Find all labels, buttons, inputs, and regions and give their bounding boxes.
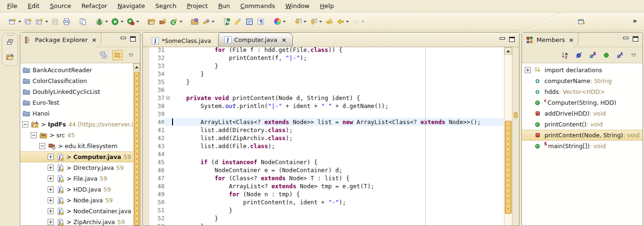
- tree-item-colorclassification[interactable]: ColorClassification: [20, 75, 133, 86]
- code-line-50[interactable]: 50 printContent(n, ident + "-");: [143, 198, 504, 206]
- collapse-icon[interactable]: [39, 143, 45, 149]
- code-line-53[interactable]: 53 }: [143, 222, 504, 226]
- expand-icon[interactable]: [48, 186, 54, 193]
- show-public-only-button[interactable]: [601, 50, 611, 60]
- menu-file[interactable]: File: [2, 0, 23, 11]
- editor-scrollbar[interactable]: [504, 47, 512, 226]
- menu-search[interactable]: Search: [150, 0, 182, 11]
- expand-icon[interactable]: [48, 219, 54, 225]
- code-editor[interactable]: 31 for (File f : hdd.get(File.class)) {3…: [143, 47, 519, 226]
- menu-run[interactable]: Run: [213, 0, 235, 11]
- color-palette-button[interactable]: [272, 16, 287, 28]
- tree-item-hdd-java[interactable]: J>HDD.java59: [20, 184, 133, 195]
- open-perspective-button[interactable]: [576, 16, 587, 28]
- tree-item-edu-kit-filesystem[interactable]: >edu.kit.filesystem: [20, 141, 133, 151]
- new-view-button[interactable]: [34, 16, 50, 28]
- new-package-button[interactable]: [157, 16, 168, 28]
- toolbar-overflow-chevron[interactable]: »: [633, 17, 637, 25]
- tree-item-directory-java[interactable]: J>Directory.java59: [20, 162, 133, 173]
- maximize-button[interactable]: [633, 36, 638, 42]
- code-line-37[interactable]: 37 private void printContent(Node d, Str…: [143, 94, 504, 102]
- code-line-40[interactable]: 40 ArrayList<Class<? extends Node>> list…: [143, 118, 504, 126]
- code-line-34[interactable]: 34 }: [143, 70, 504, 78]
- member-main-string[interactable]: Smain(String[]) : void: [522, 141, 643, 151]
- debug-button[interactable]: [94, 16, 109, 28]
- previous-annotation-button[interactable]: [308, 16, 323, 28]
- menu-window[interactable]: Window: [280, 0, 314, 11]
- expand-icon[interactable]: [48, 165, 54, 171]
- color-palette-dropdown-arrow[interactable]: [283, 21, 286, 23]
- open-type-button[interactable]: [189, 16, 200, 28]
- scrollbar-thumb[interactable]: [505, 121, 512, 214]
- expand-icon[interactable]: [48, 208, 54, 214]
- collapse-icon[interactable]: [22, 121, 28, 127]
- print-button[interactable]: [61, 16, 72, 28]
- code-line-41[interactable]: 41 list.add(Directory.class);: [143, 126, 504, 134]
- back-dropdown-arrow[interactable]: [346, 21, 349, 23]
- package-explorer-fast-view-button[interactable]: [4, 51, 16, 63]
- run-last-tool-button[interactable]: [221, 16, 232, 28]
- code-line-38[interactable]: 38 System.out.println("|-" + ident + " "…: [143, 102, 504, 110]
- scroll-up-button[interactable]: [504, 47, 512, 55]
- new-view-dropdown-arrow[interactable]: [45, 21, 48, 23]
- save-all-button[interactable]: [77, 16, 89, 28]
- forward-button[interactable]: [350, 16, 366, 28]
- menu-navigate[interactable]: Navigate: [112, 0, 150, 11]
- tree-item-computer-java[interactable]: J>Computer.java59: [20, 151, 133, 162]
- show-source-of-element-button[interactable]: [244, 16, 255, 28]
- new-button[interactable]: [7, 16, 23, 28]
- code-line-31[interactable]: 31 for (File f : hdd.get(File.class)) {: [143, 47, 504, 54]
- menu-commands[interactable]: Commands: [235, 0, 281, 11]
- code-line-51[interactable]: 51 }: [143, 206, 504, 214]
- minimize-button[interactable]: [623, 36, 628, 42]
- code-line-48[interactable]: 48 ArrayList<? extends Node> tmp = e.get…: [143, 182, 504, 190]
- code-line-44[interactable]: 44: [143, 150, 504, 158]
- maximize-button[interactable]: [130, 36, 136, 42]
- package-explorer-tab[interactable]: Package Explorer ×: [20, 33, 101, 47]
- close-tab-icon[interactable]: ×: [281, 36, 287, 43]
- back-button[interactable]: [335, 16, 350, 28]
- view-menu-button[interactable]: [126, 50, 136, 60]
- collapse-icon[interactable]: [31, 132, 37, 138]
- code-line-49[interactable]: 49 for (Node n : tmp) {: [143, 190, 504, 198]
- minimize-button[interactable]: [120, 36, 126, 42]
- expand-icon[interactable]: [48, 176, 54, 182]
- editor-tab-someclass-java[interactable]: J*SomeClass.java: [146, 34, 217, 47]
- new-class-dropdown-arrow[interactable]: [180, 21, 182, 23]
- member-import-declarations[interactable]: import declarations: [522, 65, 643, 75]
- hide-fields-button[interactable]: [574, 50, 584, 60]
- code-line-32[interactable]: 32 printContent(f, "|-");: [143, 54, 504, 62]
- run-dropdown-arrow[interactable]: [121, 21, 124, 23]
- menu-help[interactable]: Help: [315, 0, 339, 11]
- overview-annotation-marker[interactable]: [514, 112, 518, 118]
- members-tab[interactable]: Members ×: [522, 33, 578, 47]
- hide-static-members-button[interactable]: S: [587, 50, 598, 60]
- search-button[interactable]: [200, 16, 216, 28]
- code-line-36[interactable]: 36: [143, 86, 504, 94]
- code-line-39[interactable]: 39: [143, 110, 504, 118]
- close-view-icon[interactable]: ×: [569, 36, 574, 43]
- editor-tab-computer-java[interactable]: JComputer.java×: [218, 33, 293, 47]
- member-adddrive-hdd[interactable]: addDrive(HDD) : void: [522, 108, 643, 119]
- code-line-46[interactable]: 46 NodeContainer e = (NodeContainer) d;: [143, 166, 504, 174]
- fold-collapse-icon[interactable]: [166, 96, 170, 100]
- member-printcontent[interactable]: printContent() : void: [522, 119, 643, 130]
- collapse-all-button[interactable]: [99, 50, 109, 60]
- show-whitespace-button[interactable]: ¶: [255, 16, 266, 28]
- code-line-45[interactable]: 45 if (d instanceof NodeContainer) {: [143, 158, 504, 166]
- new-dropdown-arrow[interactable]: [18, 21, 21, 23]
- link-with-editor-button[interactable]: [112, 50, 123, 60]
- tree-item-src[interactable]: >src45: [20, 130, 133, 141]
- external-tools-button[interactable]: [125, 16, 140, 28]
- code-line-42[interactable]: 42 list.add(ZipArchiv.class);: [143, 134, 504, 142]
- menu-edit[interactable]: Edit: [23, 0, 45, 11]
- new-window-button[interactable]: [23, 16, 34, 28]
- new-java-project-button[interactable]: [146, 16, 157, 28]
- tree-item-file-java[interactable]: J>File.java59: [20, 173, 133, 184]
- scroll-up-button[interactable]: [133, 63, 140, 71]
- minimize-button[interactable]: [499, 37, 505, 42]
- search-dropdown-arrow[interactable]: [212, 21, 215, 23]
- member-hdds[interactable]: hdds : Vector<HDD>: [522, 86, 643, 97]
- sort-button[interactable]: az: [560, 50, 570, 60]
- save-button[interactable]: [50, 16, 61, 28]
